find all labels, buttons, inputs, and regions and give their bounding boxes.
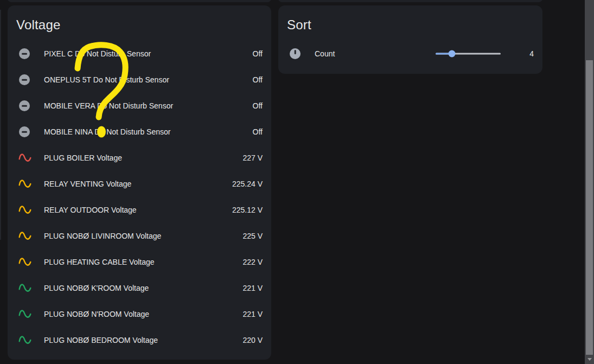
entity-name: PLUG NOBØ N'ROOM Voltage — [44, 310, 242, 318]
sine-wave-icon — [16, 203, 44, 217]
sine-wave-icon — [16, 281, 44, 295]
entity-state: 220 V — [242, 336, 263, 344]
scrollbar-down-button[interactable] — [585, 355, 594, 364]
entity-state: 221 V — [242, 284, 263, 292]
entity-row[interactable]: PLUG NOBØ LIVINROOM Voltage225 V — [8, 223, 271, 249]
sine-wave-icon — [16, 177, 44, 191]
entity-name: PLUG BOILER Voltage — [44, 154, 242, 162]
scrollbar[interactable] — [585, 0, 594, 364]
entity-state: Off — [253, 49, 263, 58]
card-above-right — [278, 0, 542, 2]
clock-icon — [287, 48, 315, 59]
entity-row[interactable]: PLUG NOBØ K'ROOM Voltage221 V — [8, 275, 271, 301]
card-above-left — [8, 0, 271, 2]
voltage-card-title: Voltage — [8, 5, 271, 33]
arrow-down-icon — [587, 358, 592, 361]
entity-state: Off — [253, 127, 263, 136]
entity-name: PIXEL C Do Not Disturb Sensor — [44, 49, 253, 58]
count-label: Count — [315, 49, 436, 58]
entity-row[interactable]: PLUG BOILER Voltage227 V — [8, 145, 271, 171]
sort-card-title: Sort — [278, 5, 542, 33]
entity-row[interactable]: PLUG NOBØ N'ROOM Voltage221 V — [8, 301, 271, 327]
count-row: Count 4 — [278, 41, 542, 67]
minus-circle-icon — [16, 100, 44, 111]
entity-name: MOBILE NINA Do Not Disturb Sensor — [44, 127, 253, 136]
entity-row[interactable]: RELAY OUTDOOR Voltage225.12 V — [8, 197, 271, 223]
entity-row[interactable]: MOBILE NINA Do Not Disturb SensorOff — [8, 119, 271, 145]
sine-wave-icon — [16, 151, 44, 165]
entity-state: 221 V — [242, 310, 263, 318]
entity-state: Off — [253, 101, 263, 110]
entity-list: PIXEL C Do Not Disturb SensorOffONEPLUS … — [8, 41, 271, 353]
entity-name: PLUG NOBØ BEDROOM Voltage — [44, 336, 242, 344]
entity-name: MOBILE VERA Do Not Disturb Sensor — [44, 101, 253, 110]
entity-state: 227 V — [242, 154, 263, 162]
count-value: 4 — [501, 49, 534, 58]
sine-wave-icon — [16, 255, 44, 269]
entity-state: 222 V — [242, 258, 263, 266]
entity-state: 225.24 V — [232, 180, 263, 188]
entity-name: RELAY OUTDOOR Voltage — [44, 206, 232, 214]
entity-name: RELAY VENTING Voltage — [44, 180, 232, 188]
entity-name: ONEPLUS 5T Do Not Disturb Sensor — [44, 75, 253, 84]
slider-handle[interactable] — [449, 50, 456, 58]
sine-wave-icon — [16, 229, 44, 243]
minus-circle-icon — [16, 48, 44, 59]
voltage-card: Voltage PIXEL C Do Not Disturb SensorOff… — [8, 5, 271, 360]
minus-circle-icon — [16, 126, 44, 137]
entity-name: PLUG NOBØ LIVINROOM Voltage — [44, 232, 242, 240]
entity-name: PLUG HEATING CABLE Voltage — [44, 258, 242, 266]
sort-card: Sort Count 4 — [278, 5, 542, 74]
count-slider[interactable] — [436, 48, 501, 59]
dashboard: Voltage PIXEL C Do Not Disturb SensorOff… — [0, 0, 594, 364]
entity-state: 225 V — [242, 232, 263, 240]
entity-row[interactable]: RELAY VENTING Voltage225.24 V — [8, 171, 271, 197]
entity-row[interactable]: PLUG HEATING CABLE Voltage222 V — [8, 249, 271, 275]
sine-wave-icon — [16, 307, 44, 321]
entity-state: Off — [253, 75, 263, 84]
entity-row[interactable]: PIXEL C Do Not Disturb SensorOff — [8, 41, 271, 67]
entity-row[interactable]: ONEPLUS 5T Do Not Disturb SensorOff — [8, 67, 271, 93]
entity-name: PLUG NOBØ K'ROOM Voltage — [44, 284, 242, 292]
entity-row[interactable]: MOBILE VERA Do Not Disturb SensorOff — [8, 93, 271, 119]
card-edge-sliver — [0, 10, 1, 240]
sine-wave-icon — [16, 333, 44, 347]
minus-circle-icon — [16, 74, 44, 85]
scrollbar-thumb[interactable] — [586, 60, 593, 355]
entity-state: 225.12 V — [232, 206, 263, 214]
entity-row[interactable]: PLUG NOBØ BEDROOM Voltage220 V — [8, 327, 271, 353]
